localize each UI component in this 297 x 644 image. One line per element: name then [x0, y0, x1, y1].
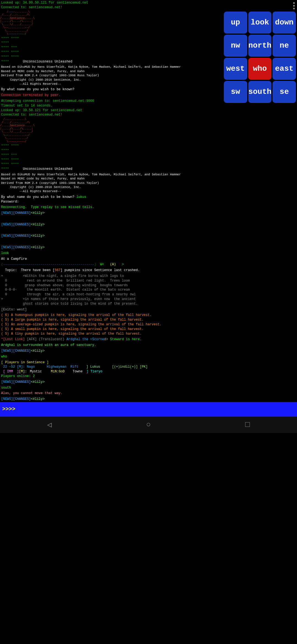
look-command: look [0, 250, 297, 256]
menu-dot-3 [293, 8, 295, 9]
stars-line-1: **** **** **** **** *** **** **** **** *… [0, 36, 223, 65]
news-line-5: [NEWS][CHANGES]<#lily> [0, 233, 297, 239]
who-button[interactable]: who [248, 58, 272, 80]
news-line-2 [0, 216, 297, 222]
home-button[interactable]: ○ [146, 421, 151, 429]
ne-button[interactable]: ne [273, 35, 296, 57]
scene-description: + +Within the night, a single fire burns… [0, 273, 297, 307]
reconnecting-text: Reconnecting. Type replay to see missed … [0, 204, 297, 210]
menu-dot-1 [293, 2, 295, 4]
menu-dots-button[interactable] [293, 2, 295, 9]
down-button[interactable]: down [273, 12, 296, 34]
connection-header: Looked up: 34.99.50.121 for sentiencemud… [0, 0, 297, 10]
second-logo-section: /----........\ /..../..--...../\ /.....S… [0, 118, 297, 172]
copyright-text: Based on DikuMUD by Hans Staerfeldt, Kat… [0, 64, 223, 87]
players-section: [ Players in Sentience ] 22 -52 [M]: Nag… [0, 360, 297, 379]
navigation-bar: ◁ ○ □ [0, 416, 297, 433]
look-button[interactable]: look [248, 12, 272, 34]
lost-link-line: *[Lost Link] [AFK] (Translucent) Ardghal… [0, 337, 297, 342]
menu-dot-2 [293, 5, 295, 7]
recent-apps-button[interactable]: □ [245, 421, 250, 429]
attempting-connection: Attempting connection to: sentiencemud.n… [0, 98, 223, 118]
south-button[interactable]: south [248, 81, 272, 103]
location-name: At a Campfire [0, 256, 297, 262]
input-arrows-icon: >>>> [2, 406, 15, 412]
who-command-text: who [0, 354, 297, 360]
news-line-7: [NEWS][CHANGES]<#lily> [0, 245, 297, 250]
south-command-text: south [0, 385, 297, 391]
news-line-1: [NEWS][CHANGES]<#lily> [0, 210, 297, 216]
left-terminal: /----........\ /..../..--...../\ /.....S… [0, 10, 223, 118]
alas-message: Alas, you cannot move that way. [0, 391, 297, 396]
connection-terminated: Connection terminated by peer. [0, 92, 223, 98]
logo-art-2: /----........\ /..../..--...../\ /.....S… [0, 118, 297, 143]
name-prompt-2: By what name do you wish to be known? lu… [0, 194, 297, 205]
command-input[interactable] [18, 407, 295, 412]
up-button[interactable]: up [224, 12, 247, 34]
input-bar[interactable]: >>>> [0, 402, 297, 416]
north-button[interactable]: north [248, 35, 272, 57]
final-news-line: [NEWS][CHANGES]<#lily> [0, 396, 297, 402]
topic-line: Topic: There have been [567] pumpkins si… [0, 268, 297, 273]
news-lines-section: [NEWS][CHANGES]<#lily> [NEWS][CHANGES]<#… [0, 210, 297, 250]
coordinates-bar: (---------------------------------------… [0, 262, 297, 268]
second-logo-content: /----........\ /..../..--...../\ /.....S… [0, 118, 297, 172]
west-button[interactable]: west [224, 58, 247, 80]
se-button[interactable]: se [273, 81, 296, 103]
stars-line-2: **** **** **** **** *** **** **** **** *… [0, 143, 297, 172]
east-button[interactable]: east [273, 58, 296, 80]
copyright-text-2: Based on DikuMUD by Hans Staerfeldt, Kat… [0, 172, 297, 194]
back-button[interactable]: ◁ [47, 420, 52, 429]
news-line-4 [0, 228, 297, 233]
name-prompt-1: By what name do you wish to be known? [0, 87, 223, 92]
direction-panel: up look down nw north ne west who east s… [223, 10, 297, 118]
exits-line: [Exits: west] [0, 307, 297, 313]
news-line-6 [0, 239, 297, 245]
after-who-news: [NEWS][CHANGES]<#lily> [0, 379, 297, 385]
logo-and-controls: /----........\ /..../..--...../\ /.....S… [0, 10, 297, 118]
logo-art-1: /----........\ /..../..--...../\ /.....S… [0, 10, 223, 36]
aura-line: Ardghal is surrounded with an aura of sa… [0, 342, 297, 348]
news-line-3: [NEWS][CHANGES]<#lily> [0, 222, 297, 228]
sw-button[interactable]: sw [224, 81, 247, 103]
items-list: ( 6) A humongous pumpkin is here, signal… [0, 312, 297, 337]
nw-button[interactable]: nw [224, 35, 247, 57]
news-line-after-look: [NEWS][CHANGES]<#lily> [0, 348, 297, 354]
